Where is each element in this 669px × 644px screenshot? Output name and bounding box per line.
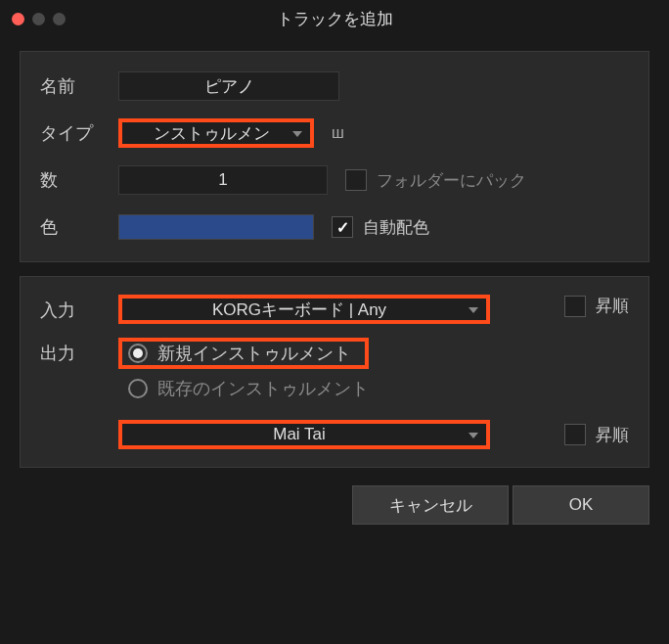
count-input[interactable] bbox=[118, 165, 328, 195]
input-ascending-label: 昇順 bbox=[596, 295, 629, 317]
name-label: 名前 bbox=[40, 74, 118, 98]
radio-existing-instrument-row[interactable]: 既存のインストゥルメント bbox=[118, 373, 369, 404]
window-title: トラックを追加 bbox=[0, 8, 669, 30]
titlebar: トラックを追加 bbox=[0, 0, 669, 37]
cancel-button[interactable]: キャンセル bbox=[352, 485, 509, 525]
radio-new-instrument[interactable] bbox=[128, 344, 148, 363]
input-label: 入力 bbox=[40, 295, 118, 322]
track-properties-panel: 名前 タイプ ンストゥルメン ш 数 フォルダーにパック 色 自動配色 bbox=[20, 51, 649, 262]
input-ascending-checkbox[interactable] bbox=[564, 296, 586, 317]
output-label: 出力 bbox=[40, 338, 118, 365]
color-swatch[interactable] bbox=[118, 214, 314, 240]
instrument-ascending-label: 昇順 bbox=[596, 424, 629, 446]
radio-new-instrument-row[interactable]: 新規インストゥルメント bbox=[118, 338, 369, 369]
color-label: 色 bbox=[40, 215, 118, 239]
piano-icon: ш bbox=[332, 124, 343, 142]
auto-color-checkbox[interactable] bbox=[332, 216, 353, 238]
button-bar: キャンセル OK bbox=[0, 482, 669, 538]
auto-color-label: 自動配色 bbox=[363, 216, 429, 239]
type-value: ンストゥルメン bbox=[154, 122, 270, 145]
name-input[interactable] bbox=[118, 71, 339, 101]
count-label: 数 bbox=[40, 168, 118, 192]
instrument-value: Mai Tai bbox=[273, 425, 326, 444]
instrument-ascending-checkbox[interactable] bbox=[564, 424, 586, 445]
pack-folder-label: フォルダーにパック bbox=[377, 169, 526, 192]
input-device-dropdown[interactable]: KORGキーボード | Any bbox=[118, 295, 490, 324]
type-label: タイプ bbox=[40, 121, 118, 145]
input-device-value: KORGキーボード | Any bbox=[212, 299, 386, 321]
pack-folder-checkbox[interactable] bbox=[345, 169, 367, 191]
ok-button[interactable]: OK bbox=[513, 485, 649, 525]
radio-existing-label: 既存のインストゥルメント bbox=[157, 377, 369, 400]
instrument-dropdown[interactable]: Mai Tai bbox=[118, 420, 490, 449]
radio-existing-instrument[interactable] bbox=[128, 379, 148, 398]
routing-panel: 入力 KORGキーボード | Any 昇順 出力 新規インストゥルメント 既存の… bbox=[20, 276, 649, 468]
radio-new-label: 新規インストゥルメント bbox=[157, 342, 351, 365]
type-dropdown[interactable]: ンストゥルメン bbox=[118, 118, 314, 148]
